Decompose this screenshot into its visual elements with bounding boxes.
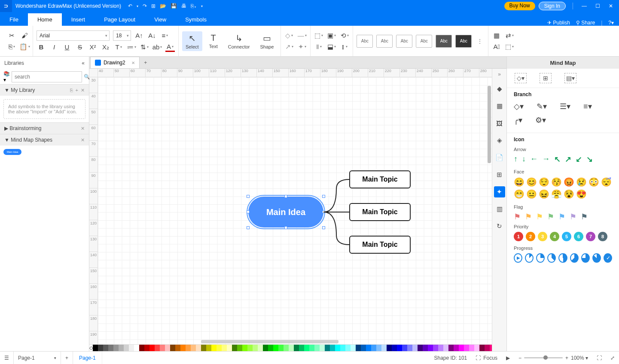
face-icon[interactable]: 😍 [576, 189, 587, 199]
zoom-out-button[interactable]: − [518, 355, 521, 361]
color-swatch[interactable] [309, 345, 314, 352]
color-swatch[interactable] [356, 345, 361, 352]
format-painter-icon[interactable]: 🖌 [20, 31, 29, 40]
menu-view[interactable]: View [145, 13, 176, 26]
color-swatch[interactable] [186, 345, 191, 352]
fill-panel-icon[interactable]: ◆ [494, 83, 505, 94]
add-page-button[interactable]: + [61, 352, 73, 364]
color-swatch[interactable] [304, 345, 309, 352]
color-swatch[interactable] [278, 345, 284, 352]
face-icon[interactable]: 😡 [564, 177, 574, 187]
group-icon[interactable]: ▣ [327, 31, 336, 40]
zoom-in-button[interactable]: + [565, 355, 568, 361]
face-icon[interactable]: 😤 [551, 189, 562, 199]
select-similar-icon[interactable]: ⬚ [505, 42, 514, 52]
progress-icon[interactable] [536, 253, 545, 263]
arrow-icon[interactable]: ↙ [576, 155, 582, 164]
priority-icon[interactable]: 6 [574, 232, 583, 241]
undo-dropdown-icon[interactable]: ▾ [137, 4, 138, 8]
brainstorming-section[interactable]: ▶ Brainstorming ✕ [0, 123, 89, 134]
pages-list-button[interactable]: ☰ [0, 352, 14, 364]
main-topic-node[interactable]: Main Topic [349, 236, 411, 254]
grid-panel-icon[interactable]: ▦ [494, 100, 505, 112]
color-swatch[interactable] [253, 345, 258, 352]
color-swatch[interactable] [469, 345, 474, 352]
color-swatch[interactable] [376, 345, 381, 352]
color-swatch[interactable] [144, 345, 149, 352]
color-swatch[interactable] [134, 345, 139, 352]
focus-button[interactable]: ⛶ Focus [471, 352, 502, 364]
insert-topic-icon[interactable]: ⊞ [540, 73, 552, 83]
flag-icon[interactable] [536, 212, 543, 220]
color-swatch[interactable] [314, 345, 320, 352]
color-swatch[interactable] [165, 345, 170, 352]
menu-home[interactable]: Home [28, 13, 62, 26]
new-icon[interactable]: ⊞ [151, 3, 156, 9]
my-library-section[interactable]: ▼ My Library ⎘+✕ [0, 85, 89, 96]
color-swatch[interactable] [108, 345, 113, 352]
color-swatch[interactable] [98, 345, 103, 352]
horizontal-scrollbar[interactable] [201, 340, 338, 343]
sign-in-button[interactable]: Sign In [539, 2, 566, 10]
fullscreen-button[interactable]: ⤢ [606, 352, 619, 364]
progress-icon[interactable]: ✓ [604, 253, 612, 263]
rotate-icon[interactable]: ⟲ [340, 31, 349, 40]
color-swatch[interactable] [402, 345, 407, 352]
export-icon[interactable]: ⎘▾ [191, 3, 197, 9]
theme-tool-icon[interactable]: ◇▾ [515, 73, 527, 83]
arrow-icon[interactable]: → [542, 155, 550, 164]
branch-fill-icon[interactable]: ◇▾ [514, 102, 524, 111]
color-swatch[interactable] [418, 345, 423, 352]
color-swatch[interactable] [325, 345, 330, 352]
color-swatch[interactable] [237, 345, 242, 352]
color-swatch[interactable] [366, 345, 371, 352]
color-swatch[interactable] [397, 345, 402, 352]
color-swatch[interactable] [320, 345, 325, 352]
clear-format-icon[interactable]: A⃠ [492, 42, 501, 52]
publish-button[interactable]: ✈ Publish [547, 20, 570, 26]
progress-icon[interactable] [570, 253, 579, 263]
library-menu-icon[interactable]: 📚▾ [3, 71, 10, 82]
style-preset[interactable]: Abc [357, 35, 373, 48]
help-icon[interactable]: ?▾ [608, 20, 614, 26]
arrow-icon[interactable]: ↓ [522, 155, 526, 164]
maximize-icon[interactable]: ☐ [595, 3, 600, 9]
line-spacing-icon[interactable]: ⇅ [140, 42, 149, 52]
color-swatch[interactable] [211, 345, 216, 352]
text-tool[interactable]: TText [206, 31, 221, 51]
arrow-icon[interactable]: ↗ [565, 155, 571, 164]
color-swatch[interactable] [294, 345, 299, 352]
flag-icon[interactable] [547, 212, 554, 220]
progress-icon[interactable] [592, 253, 601, 263]
color-swatch[interactable] [443, 345, 448, 352]
close-tab-icon[interactable]: ✕ [131, 61, 135, 65]
page-select[interactable]: Page-1▾ [14, 352, 61, 364]
color-swatch[interactable] [191, 345, 196, 352]
color-swatch[interactable] [299, 345, 304, 352]
close-lib-icon[interactable]: ✕ [81, 88, 85, 93]
color-swatch[interactable] [206, 345, 211, 352]
face-icon[interactable]: 😴 [601, 177, 612, 187]
color-swatch[interactable] [351, 345, 356, 352]
expand-right-icon[interactable]: » [498, 71, 501, 77]
arrow-icon[interactable]: ↖ [554, 155, 561, 164]
color-swatch[interactable] [474, 345, 479, 352]
color-swatch[interactable] [175, 345, 180, 352]
color-swatch[interactable] [103, 345, 108, 352]
page-tab[interactable]: Page-1 [73, 352, 102, 364]
presentation-panel-icon[interactable]: ▥ [494, 203, 505, 215]
import-icon[interactable]: ⎘ [70, 88, 73, 93]
color-swatch[interactable] [485, 345, 490, 352]
color-swatch[interactable] [129, 345, 134, 352]
color-swatch[interactable] [448, 345, 454, 352]
main-topic-node[interactable]: Main Topic [349, 203, 411, 221]
style-preset[interactable]: Abc [376, 35, 393, 48]
line-style-icon[interactable]: — [297, 31, 307, 40]
flag-icon[interactable] [525, 212, 532, 220]
eyedropper-icon[interactable]: ◇ [89, 345, 93, 351]
color-swatch[interactable] [284, 345, 289, 352]
arrow-icon[interactable]: ← [530, 155, 538, 164]
color-swatch[interactable] [149, 345, 155, 352]
history-panel-icon[interactable]: ↻ [494, 221, 505, 232]
color-swatch[interactable] [387, 345, 392, 352]
